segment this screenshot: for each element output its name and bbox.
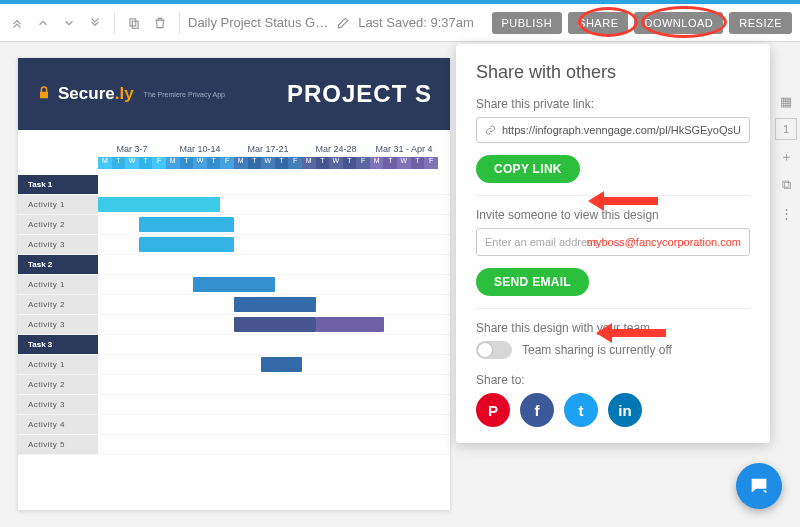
task-row: Task 3 — [18, 335, 450, 355]
up-icon[interactable] — [32, 12, 54, 34]
share-button[interactable]: SHARE — [568, 12, 628, 34]
row-label: Task 3 — [18, 335, 98, 354]
social-facebook-button[interactable]: f — [520, 393, 554, 427]
row-label: Activity 2 — [18, 295, 98, 314]
send-email-button[interactable]: SEND EMAIL — [476, 268, 589, 296]
add-page-icon[interactable]: ＋ — [775, 146, 797, 168]
row-label: Task 2 — [18, 255, 98, 274]
social-pinterest-button[interactable]: P — [476, 393, 510, 427]
share-link-value: https://infograph.venngage.com/pl/HkSGEy… — [502, 124, 741, 136]
activity-row: Activity 2 — [18, 375, 450, 395]
document-title[interactable]: Daily Project Status G… — [188, 15, 328, 30]
design-title: PROJECT S — [287, 80, 432, 108]
share-title: Share with others — [476, 62, 750, 83]
day-header: M — [98, 157, 112, 169]
bar-area — [98, 335, 450, 354]
email-sample-annotation: myboss@fancycorporation.com — [587, 236, 741, 248]
day-header: M — [234, 157, 248, 169]
bar-area — [98, 315, 450, 334]
down-icon[interactable] — [58, 12, 80, 34]
collapse-down-icon[interactable] — [84, 12, 106, 34]
link-label: Share this private link: — [476, 97, 750, 111]
activity-row: Activity 5 — [18, 435, 450, 455]
share-link-input[interactable]: https://infograph.venngage.com/pl/HkSGEy… — [476, 117, 750, 143]
team-sharing-toggle[interactable] — [476, 341, 512, 359]
bar-area — [98, 275, 450, 294]
row-label: Activity 1 — [18, 355, 98, 374]
day-header: M — [166, 157, 180, 169]
chat-fab[interactable] — [736, 463, 782, 509]
divider — [179, 12, 180, 34]
day-header: W — [193, 157, 207, 169]
activity-row: Activity 2 — [18, 295, 450, 315]
day-header: F — [356, 157, 370, 169]
top-actions: PUBLISH SHARE DOWNLOAD RESIZE — [492, 12, 793, 34]
grid-icon[interactable]: ▦ — [775, 90, 797, 112]
design-canvas[interactable]: Secure.ly The Premiere Privacy App PROJE… — [18, 58, 450, 510]
day-header: T — [275, 157, 289, 169]
activity-row: Activity 1 — [18, 195, 450, 215]
day-header: W — [125, 157, 139, 169]
row-label: Activity 3 — [18, 315, 98, 334]
activity-row: Activity 3 — [18, 315, 450, 335]
design-header: Secure.ly The Premiere Privacy App PROJE… — [18, 58, 450, 130]
team-status: Team sharing is currently off — [522, 343, 672, 357]
row-label: Activity 2 — [18, 375, 98, 394]
task-row: Task 1 — [18, 175, 450, 195]
day-header: T — [139, 157, 153, 169]
svg-rect-1 — [132, 21, 138, 28]
page-indicator[interactable]: 1 — [775, 118, 797, 140]
divider — [114, 12, 115, 34]
week-header: Mar 3-7 — [98, 144, 166, 157]
bar-area — [98, 435, 450, 454]
day-header: T — [316, 157, 330, 169]
delete-icon[interactable] — [149, 12, 171, 34]
day-header: T — [112, 157, 126, 169]
day-header: T — [180, 157, 194, 169]
row-label: Activity 2 — [18, 215, 98, 234]
row-label: Activity 3 — [18, 235, 98, 254]
row-label: Activity 1 — [18, 195, 98, 214]
gantt-bar — [139, 217, 234, 232]
row-label: Activity 3 — [18, 395, 98, 414]
annotation-arrow-send — [610, 329, 666, 337]
svg-rect-0 — [130, 18, 136, 25]
bar-area — [98, 195, 450, 214]
download-button[interactable]: DOWNLOAD — [634, 12, 723, 34]
email-placeholder: Enter an email address — [485, 236, 598, 248]
email-input[interactable]: Enter an email address myboss@fancycorpo… — [476, 228, 750, 256]
row-label: Activity 1 — [18, 275, 98, 294]
activity-row: Activity 1 — [18, 275, 450, 295]
chat-icon — [748, 475, 770, 497]
gantt-bar — [193, 277, 275, 292]
day-header: M — [370, 157, 384, 169]
duplicate-page-icon[interactable]: ⧉ — [775, 174, 797, 196]
more-icon[interactable]: ⋮ — [775, 202, 797, 224]
row-label: Activity 4 — [18, 415, 98, 434]
publish-button[interactable]: PUBLISH — [492, 12, 563, 34]
social-linkedin-button[interactable]: in — [608, 393, 642, 427]
gantt-bar — [316, 317, 384, 332]
bar-area — [98, 175, 450, 194]
day-header: W — [261, 157, 275, 169]
day-header: T — [343, 157, 357, 169]
divider — [476, 195, 750, 196]
resize-button[interactable]: RESIZE — [729, 12, 792, 34]
copy-icon[interactable] — [123, 12, 145, 34]
copy-link-button[interactable]: COPY LINK — [476, 155, 580, 183]
link-icon — [485, 124, 496, 136]
lock-icon — [36, 85, 52, 104]
activity-row: Activity 3 — [18, 235, 450, 255]
bar-area — [98, 295, 450, 314]
social-twitter-button[interactable]: t — [564, 393, 598, 427]
gantt-bar — [261, 357, 302, 372]
right-sidebar: ▦ 1 ＋ ⧉ ⋮ — [772, 90, 800, 224]
day-header: M — [302, 157, 316, 169]
day-header: F — [220, 157, 234, 169]
edit-title-icon[interactable] — [332, 12, 354, 34]
collapse-up-icon[interactable] — [6, 12, 28, 34]
invite-label: Invite someone to view this design — [476, 208, 750, 222]
bar-area — [98, 415, 450, 434]
day-header: T — [207, 157, 221, 169]
divider — [476, 308, 750, 309]
